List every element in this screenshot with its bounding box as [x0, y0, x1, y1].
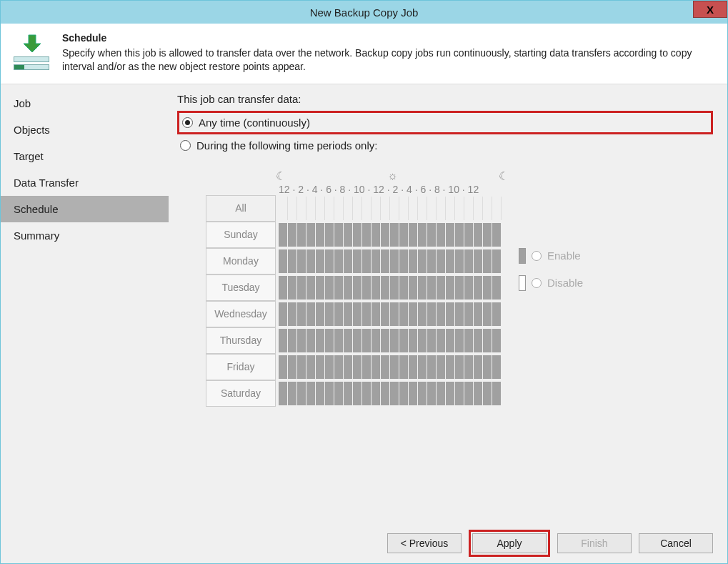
hour-cell[interactable] [427, 382, 437, 405]
hour-cell[interactable] [316, 223, 325, 247]
sidebar-item-data-transfer[interactable]: Data Transfer [1, 169, 169, 196]
hour-cell[interactable] [418, 249, 427, 273]
hour-cell[interactable] [446, 249, 455, 273]
day-label[interactable]: Friday [206, 354, 276, 380]
hour-cell[interactable] [372, 223, 381, 247]
hour-cell[interactable] [353, 197, 362, 220]
hour-cell[interactable] [455, 223, 464, 247]
hour-cell[interactable] [362, 197, 372, 220]
hour-cell[interactable] [279, 249, 288, 273]
hour-cell[interactable] [427, 249, 437, 273]
hour-cell[interactable] [409, 249, 418, 273]
hour-cell[interactable] [464, 355, 474, 379]
hour-cell[interactable] [353, 355, 362, 379]
hour-cell[interactable] [390, 329, 399, 352]
hour-cell[interactable] [325, 302, 334, 326]
sidebar-item-objects[interactable]: Objects [1, 117, 169, 143]
hour-cell[interactable] [362, 249, 372, 273]
legend-enable[interactable]: Enable [519, 248, 583, 264]
hour-cell[interactable] [474, 276, 483, 300]
hour-cell[interactable] [492, 302, 502, 326]
hour-cell[interactable] [418, 276, 427, 300]
hour-cell[interactable] [446, 197, 455, 220]
hour-cell[interactable] [279, 382, 288, 405]
hour-cell[interactable] [297, 223, 306, 247]
hour-cell[interactable] [288, 355, 297, 379]
hour-cell[interactable] [362, 329, 372, 352]
hour-cell[interactable] [353, 302, 362, 326]
hour-cell[interactable] [399, 249, 409, 273]
hour-cell[interactable] [334, 223, 344, 247]
hour-cell[interactable] [306, 355, 316, 379]
hour-cell[interactable] [279, 302, 288, 326]
hour-cell[interactable] [279, 355, 288, 379]
hour-cell[interactable] [474, 197, 483, 220]
hour-cell[interactable] [288, 382, 297, 405]
hour-cell[interactable] [483, 276, 492, 300]
hour-cell[interactable] [381, 329, 390, 352]
hour-cell[interactable] [381, 223, 390, 247]
day-label[interactable]: Thursday [206, 327, 276, 354]
hour-cell[interactable] [455, 382, 464, 405]
hour-cell[interactable] [279, 276, 288, 300]
hour-cell[interactable] [288, 276, 297, 300]
hour-cell[interactable] [455, 355, 464, 379]
hour-cell[interactable] [483, 249, 492, 273]
hour-cell[interactable] [446, 276, 455, 300]
hour-cell[interactable] [455, 329, 464, 352]
hour-cell[interactable] [455, 302, 464, 326]
day-label[interactable]: Saturday [206, 380, 276, 407]
hour-cell[interactable] [353, 382, 362, 405]
hour-cell[interactable] [316, 197, 325, 220]
hour-cell[interactable] [492, 249, 502, 273]
hour-cell[interactable] [418, 197, 427, 220]
hour-cell[interactable] [455, 276, 464, 300]
hour-cell[interactable] [353, 276, 362, 300]
legend-disable[interactable]: Disable [519, 275, 583, 291]
hour-cell[interactable] [381, 382, 390, 405]
hour-cell[interactable] [362, 382, 372, 405]
hour-cell[interactable] [437, 355, 446, 379]
hour-cell[interactable] [474, 329, 483, 352]
hour-cell[interactable] [409, 355, 418, 379]
hour-cell[interactable] [381, 276, 390, 300]
hour-cell[interactable] [325, 249, 334, 273]
hour-cell[interactable] [427, 329, 437, 352]
hour-cell[interactable] [492, 355, 502, 379]
hour-cell[interactable] [390, 276, 399, 300]
hour-cell[interactable] [446, 223, 455, 247]
previous-button[interactable]: < Previous [387, 533, 462, 553]
hour-cell[interactable] [418, 382, 427, 405]
hour-cell[interactable] [474, 382, 483, 405]
hour-cell[interactable] [372, 249, 381, 273]
hour-cell[interactable] [464, 249, 474, 273]
hour-cell[interactable] [325, 355, 334, 379]
hour-cell[interactable] [464, 382, 474, 405]
hour-cell[interactable] [353, 249, 362, 273]
hour-cell[interactable] [288, 329, 297, 352]
hour-cell[interactable] [427, 223, 437, 247]
hour-cell[interactable] [372, 355, 381, 379]
hour-cell[interactable] [344, 302, 353, 326]
sidebar-item-summary[interactable]: Summary [1, 222, 169, 249]
hour-cell[interactable] [399, 276, 409, 300]
hour-cell[interactable] [297, 329, 306, 352]
hour-cell[interactable] [297, 355, 306, 379]
day-label[interactable]: Sunday [206, 222, 276, 248]
hour-cell[interactable] [344, 197, 353, 220]
hour-cell[interactable] [288, 249, 297, 273]
hour-cell[interactable] [409, 223, 418, 247]
hour-cell[interactable] [399, 355, 409, 379]
hour-cell[interactable] [399, 302, 409, 326]
hour-cell[interactable] [446, 329, 455, 352]
hour-cell[interactable] [437, 329, 446, 352]
hour-cell[interactable] [362, 355, 372, 379]
hour-cell[interactable] [325, 197, 334, 220]
hour-cell[interactable] [455, 249, 464, 273]
hour-cell[interactable] [381, 302, 390, 326]
hour-cell[interactable] [297, 197, 306, 220]
hour-cell[interactable] [353, 329, 362, 352]
hour-cell[interactable] [334, 302, 344, 326]
hour-cell[interactable] [492, 276, 502, 300]
hour-cell[interactable] [344, 329, 353, 352]
